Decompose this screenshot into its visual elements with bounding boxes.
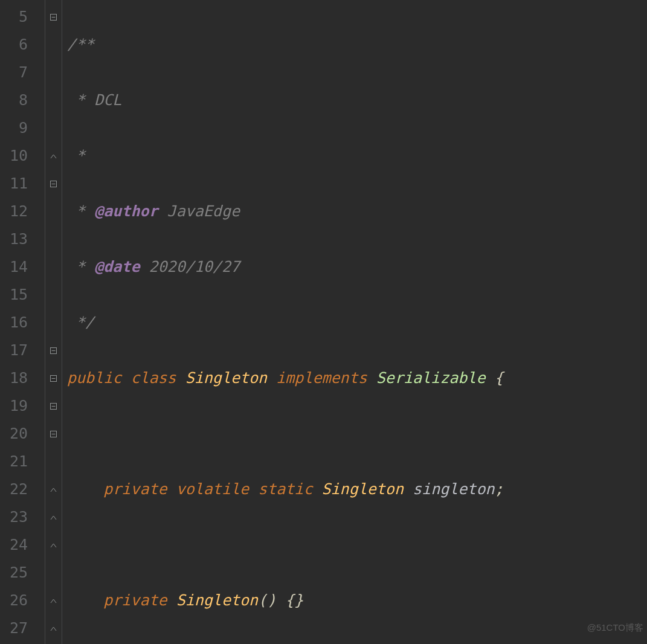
line-number: 12 bbox=[0, 198, 45, 225]
code-line bbox=[67, 531, 647, 559]
fold-end-icon[interactable] bbox=[50, 486, 57, 493]
line-number: 6 bbox=[0, 31, 45, 59]
fold-slot bbox=[45, 170, 62, 198]
fold-slot bbox=[45, 281, 62, 309]
line-number: 11 bbox=[0, 170, 45, 198]
line-number: 18 bbox=[0, 364, 45, 392]
fold-end-icon[interactable] bbox=[50, 514, 57, 521]
fold-end-icon[interactable] bbox=[50, 597, 57, 604]
line-number: 10 bbox=[0, 142, 45, 170]
fold-column[interactable] bbox=[45, 0, 62, 644]
fold-slot bbox=[45, 559, 62, 587]
fold-slot bbox=[45, 142, 62, 170]
watermark-text: @51CTO博客 bbox=[587, 614, 643, 642]
fold-slot bbox=[45, 503, 62, 531]
fold-collapse-icon[interactable] bbox=[50, 375, 57, 382]
fold-slot bbox=[45, 86, 62, 114]
code-line: * DCL bbox=[67, 86, 647, 114]
fold-slot bbox=[45, 198, 62, 225]
fold-slot bbox=[45, 392, 62, 420]
line-number-gutter: 5678910111213141516171819202122232425262… bbox=[0, 0, 45, 644]
fold-end-icon[interactable] bbox=[50, 152, 57, 159]
line-number: 7 bbox=[0, 59, 45, 86]
fold-slot bbox=[45, 448, 62, 475]
line-number: 22 bbox=[0, 475, 45, 503]
code-line: * @date 2020/10/27 bbox=[67, 253, 647, 281]
fold-slot bbox=[45, 225, 62, 253]
fold-slot bbox=[45, 364, 62, 392]
fold-collapse-icon[interactable] bbox=[50, 402, 57, 410]
fold-slot bbox=[45, 614, 62, 642]
line-number: 19 bbox=[0, 392, 45, 420]
code-line: private volatile static Singleton single… bbox=[67, 475, 647, 503]
fold-collapse-icon[interactable] bbox=[50, 180, 57, 187]
line-number: 26 bbox=[0, 587, 45, 614]
fold-collapse-icon[interactable] bbox=[50, 13, 57, 21]
fold-slot bbox=[45, 59, 62, 86]
fold-slot bbox=[45, 309, 62, 336]
line-number: 5 bbox=[0, 3, 45, 31]
code-area[interactable]: /** * DCL * * @author JavaEdge * @date 2… bbox=[62, 0, 647, 644]
code-line: public class Singleton implements Serial… bbox=[67, 364, 647, 392]
line-number: 24 bbox=[0, 531, 45, 559]
fold-end-icon[interactable] bbox=[50, 541, 57, 549]
line-number: 25 bbox=[0, 559, 45, 587]
fold-slot bbox=[45, 31, 62, 59]
fold-slot bbox=[45, 114, 62, 142]
fold-slot bbox=[45, 587, 62, 614]
fold-slot bbox=[45, 253, 62, 281]
line-number: 27 bbox=[0, 614, 45, 642]
fold-slot bbox=[45, 336, 62, 364]
line-number: 15 bbox=[0, 281, 45, 309]
line-number: 13 bbox=[0, 225, 45, 253]
fold-collapse-icon[interactable] bbox=[50, 347, 57, 354]
code-line: /** bbox=[67, 31, 647, 59]
fold-slot bbox=[45, 531, 62, 559]
line-number: 17 bbox=[0, 336, 45, 364]
fold-slot bbox=[45, 475, 62, 503]
fold-slot bbox=[45, 3, 62, 31]
fold-collapse-icon[interactable] bbox=[50, 430, 57, 437]
code-line: private Singleton() {} bbox=[67, 587, 647, 614]
line-number: 14 bbox=[0, 253, 45, 281]
code-line bbox=[67, 420, 647, 448]
code-line: * @author JavaEdge bbox=[67, 198, 647, 225]
fold-end-icon[interactable] bbox=[50, 625, 57, 632]
line-number: 20 bbox=[0, 420, 45, 448]
code-line: * bbox=[67, 142, 647, 170]
code-editor[interactable]: 5678910111213141516171819202122232425262… bbox=[0, 0, 647, 644]
line-number: 16 bbox=[0, 309, 45, 336]
line-number: 23 bbox=[0, 503, 45, 531]
code-line: */ bbox=[67, 309, 647, 336]
line-number: 8 bbox=[0, 86, 45, 114]
fold-slot bbox=[45, 420, 62, 448]
line-number: 9 bbox=[0, 114, 45, 142]
line-number: 21 bbox=[0, 448, 45, 475]
